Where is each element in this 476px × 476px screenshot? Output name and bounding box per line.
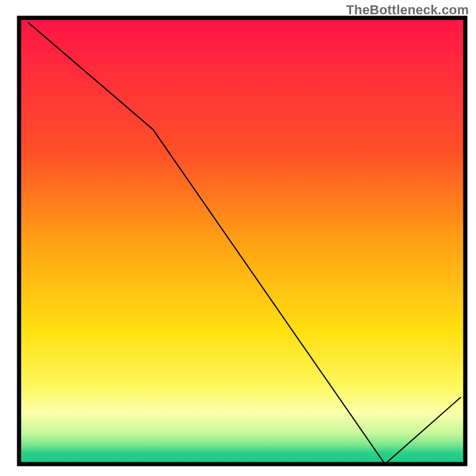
chart-container: TheBottleneck.com bbox=[0, 0, 476, 476]
plot-gradient-background bbox=[19, 18, 465, 464]
bottleneck-chart bbox=[0, 0, 476, 476]
